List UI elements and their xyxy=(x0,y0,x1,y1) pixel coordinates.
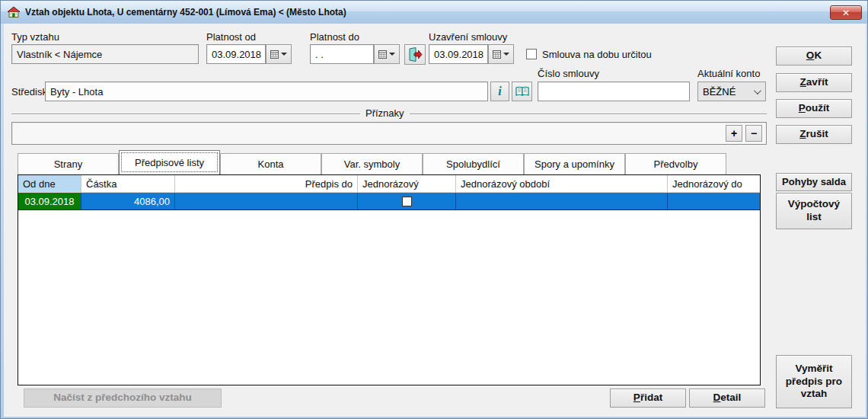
tab-label: Předpisové listy xyxy=(135,157,204,168)
stredisko-catalog-button[interactable] xyxy=(512,82,532,101)
cell-jednorazovy-obdobi xyxy=(456,193,668,210)
platnost-do-calendar-button[interactable] xyxy=(374,44,400,64)
dropdown-caret-icon xyxy=(503,53,509,56)
smlouva-na-dobu-checkbox[interactable] xyxy=(526,49,537,59)
tab-predpisove-listy[interactable]: Předpisové listy xyxy=(119,150,220,174)
window-title: Vztah objektu Lhota, U cementárny 452-00… xyxy=(25,7,346,18)
tab-label: Konta xyxy=(258,158,284,170)
zavrit-button[interactable]: Zavřít xyxy=(776,73,852,92)
button-label: Přidat xyxy=(633,392,662,405)
column-header-castka[interactable]: Částka xyxy=(81,175,175,192)
house-icon xyxy=(7,6,21,18)
platnost-do-input[interactable]: . . xyxy=(310,44,374,64)
cislo-smlouvy-input[interactable] xyxy=(538,82,690,101)
pohyby-salda-button[interactable]: Pohyby salda xyxy=(776,173,852,191)
tab-konta[interactable]: Konta xyxy=(220,153,321,174)
button-label: OK xyxy=(806,50,822,62)
open-book-icon xyxy=(515,86,529,97)
table-row[interactable]: 03.09.2018 4086,00 xyxy=(18,193,760,210)
vypoctovy-list-button[interactable]: Výpočtový list xyxy=(776,193,852,229)
button-label: Použít xyxy=(799,102,830,115)
tab-spory-a-upominky[interactable]: Spory a upomínky xyxy=(524,153,625,174)
end-relationship-button[interactable] xyxy=(404,44,426,65)
ok-button[interactable]: OK xyxy=(776,46,852,66)
button-label: Pohyby salda xyxy=(782,176,846,188)
column-header-jednorazovy[interactable]: Jednorázový xyxy=(358,175,456,192)
exit-door-icon xyxy=(407,47,423,62)
button-label: Zavřít xyxy=(800,76,828,89)
stredisko-field: Byty - Lhota xyxy=(45,82,488,101)
uzavreni-smlouvy-label: Uzavření smlouvy xyxy=(429,31,507,43)
cell-od-dne: 03.09.2018 xyxy=(18,193,81,210)
dialog-content: Typ vztahu Platnost od Platnost do Uzavř… xyxy=(4,24,866,417)
stredisko-info-button[interactable]: i xyxy=(490,82,509,101)
button-label: Načíst z předchozího vztahu xyxy=(53,392,192,405)
aktualni-konto-select[interactable]: BĚŽNÉ xyxy=(697,82,766,101)
platnost-od-label: Platnost od xyxy=(206,31,256,43)
typ-vztahu-field: Vlastník < Nájemce xyxy=(11,44,199,64)
priznaky-field[interactable] xyxy=(11,122,767,145)
jednorazovy-checkbox[interactable] xyxy=(402,197,412,206)
priznaky-remove-button[interactable]: − xyxy=(745,125,762,142)
nacist-z-predchoziho-button: Načíst z předchozího vztahu xyxy=(24,389,222,408)
platnost-od-calendar-button[interactable] xyxy=(266,44,292,64)
cell-predpis-do xyxy=(175,193,358,210)
tab-label: Spolubydlící xyxy=(446,158,500,170)
title-bar[interactable]: Vztah objektu Lhota, U cementárny 452-00… xyxy=(1,1,868,24)
tab-label: Spory a upomínky xyxy=(535,158,614,170)
tab-predvolby[interactable]: Předvolby xyxy=(625,153,726,174)
tab-spolubydlici[interactable]: Spolubydlící xyxy=(423,153,524,174)
button-label: Detail xyxy=(713,392,742,405)
priznaky-add-button[interactable]: + xyxy=(726,125,742,142)
aktualni-konto-label: Aktuální konto xyxy=(697,68,760,79)
platnost-od-input[interactable]: 03.09.2018 xyxy=(206,44,266,64)
pouzit-button[interactable]: Použít xyxy=(776,99,852,118)
dialog-window: Vztah objektu Lhota, U cementárny 452-00… xyxy=(0,0,868,419)
dropdown-caret-icon xyxy=(281,53,287,56)
cell-jednorazovy xyxy=(358,193,456,210)
pridat-button[interactable]: Přidat xyxy=(610,389,686,408)
plus-icon: + xyxy=(731,127,737,139)
cell-jednorazovy-do xyxy=(668,193,760,210)
table-header: Od dne Částka Předpis do Jednorázový Jed… xyxy=(18,175,760,193)
column-header-jednorazovy-obdobi[interactable]: Jednorázový období xyxy=(456,175,668,192)
cislo-smlouvy-label: Číslo smlouvy xyxy=(538,68,599,79)
smlouva-na-dobu-label: Smlouva na dobu určitou xyxy=(542,49,652,60)
calendar-icon xyxy=(378,50,387,59)
platnost-do-label: Platnost do xyxy=(310,31,359,43)
priznaky-group-label: Příznaky xyxy=(360,107,410,119)
close-button[interactable]: ✕ xyxy=(830,5,862,20)
dropdown-caret-icon xyxy=(389,53,395,56)
uzavreni-smlouvy-input[interactable]: 03.09.2018 xyxy=(429,44,488,64)
zrusit-button[interactable]: Zrušit xyxy=(776,125,852,144)
button-label: Vyměřit předpis pro vztah xyxy=(784,363,844,401)
detail-button[interactable]: Detail xyxy=(689,389,765,408)
column-header-predpis-do[interactable]: Předpis do xyxy=(175,175,358,192)
tab-label: Strany xyxy=(54,158,83,170)
vymerit-predpis-button[interactable]: Vyměřit předpis pro vztah xyxy=(776,355,852,408)
uzavreni-smlouvy-calendar-button[interactable] xyxy=(488,44,514,64)
typ-vztahu-label: Typ vztahu xyxy=(11,31,59,43)
calendar-icon xyxy=(493,50,501,59)
tab-var-symboly[interactable]: Var. symboly xyxy=(321,153,423,174)
aktualni-konto-value: BĚŽNÉ xyxy=(703,86,736,98)
column-header-jednorazovy-do[interactable]: Jednorázový do xyxy=(668,175,760,192)
tab-label: Var. symboly xyxy=(344,158,400,170)
minus-icon: − xyxy=(751,127,757,139)
button-label: Zrušit xyxy=(799,128,828,141)
tab-strany[interactable]: Strany xyxy=(18,153,119,174)
info-icon: i xyxy=(498,85,501,98)
chevron-down-icon xyxy=(754,87,761,94)
tab-label: Předvolby xyxy=(654,158,698,170)
predpisove-listy-table: Od dne Částka Předpis do Jednorázový Jed… xyxy=(18,174,761,385)
cell-castka: 4086,00 xyxy=(81,193,175,210)
close-icon: ✕ xyxy=(842,8,850,18)
button-label: Výpočtový list xyxy=(787,198,841,224)
calendar-icon xyxy=(270,50,279,59)
column-header-od-dne[interactable]: Od dne xyxy=(18,175,81,192)
